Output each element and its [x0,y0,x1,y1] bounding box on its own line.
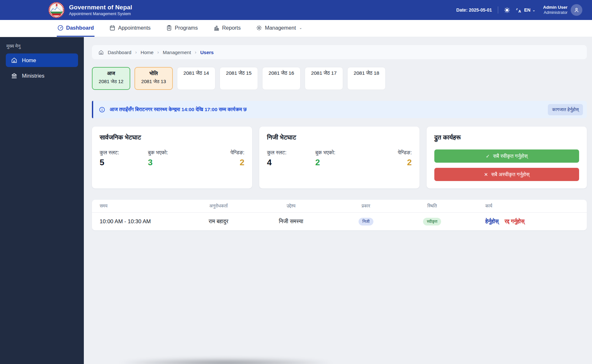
sidebar-item-label: Home [22,57,36,63]
stat-value: 4 [267,158,315,168]
home-icon [98,50,104,55]
nav-tab-label: Reports [222,25,241,31]
language-label: EN [524,7,530,13]
date-chip-label: भोलि [137,71,170,76]
type-badge: निजी [359,218,373,225]
stat-total-slots: कुल स्लट: 4 [267,149,315,168]
date-chip-date: 2081 जेठ 12 [94,79,128,84]
date-chip[interactable]: 2081 जेठ 16 [262,67,301,90]
sun-icon [504,7,510,13]
breadcrumb-separator: › [157,50,159,55]
column-header-actions: कार्य [459,203,587,209]
approve-all-button[interactable]: ✓ सबै स्वीकृत गर्नुहोस् [434,149,579,163]
x-icon: ✕ [484,172,488,177]
nav-tab-management[interactable]: Management ⌄ [255,20,303,37]
clipboard-icon [166,25,172,31]
translate-icon: z A [516,7,522,13]
notice-text: आज तपाईंसँग बिराटनगर स्वास्थ्य केन्द्रमा… [110,107,247,112]
cards-row: सार्वजनिक भेटघाट कुल स्लट: 5 बुक भएको: 3… [92,127,587,188]
sidebar-item-ministries[interactable]: Ministries [6,69,78,82]
stat-value: 5 [100,158,148,168]
date-chip[interactable]: 2081 जेठ 18 [347,67,386,90]
column-header-status: स्थिति [405,203,459,209]
stat-row: कुल स्लट: 5 बुक भएको: 3 पेन्डिङ: 2 [100,149,244,168]
nav-tab-programs[interactable]: Programs [165,20,199,37]
cell-time: 10:00 AM - 10:30 AM [92,218,182,225]
user-menu[interactable]: Admin User Administrator [543,4,582,16]
calendar-icon [109,25,115,31]
cell-requester: राम बहादुर [182,218,255,225]
stat-label: कुल स्लट: [100,149,148,156]
user-name: Admin User [543,5,567,10]
sidebar-section-label: मुख्य मेनु [6,43,77,49]
dashboard-icon [57,25,64,31]
stat-booked: बुक भएको: 2 [315,149,364,168]
language-selector[interactable]: z A EN ⌄ [516,7,536,13]
breadcrumb-item-management[interactable]: Management [163,50,191,55]
brand: Government of Nepal Appointment Manageme… [48,2,132,18]
public-appointments-card: सार्वजनिक भेटघाट कुल स्लट: 5 बुक भएको: 3… [92,127,252,188]
info-icon [99,107,105,113]
quick-actions-card: द्रुत कार्यहरू ✓ सबै स्वीकृत गर्नुहोस् ✕… [427,127,587,188]
header-date: Date: 2025-05-01 [456,7,492,13]
view-documents-button[interactable]: कागजात हेर्नुहोस् [548,104,583,115]
header-right: Date: 2025-05-01 z A EN ⌄ Admin User Adm… [456,4,582,16]
person-icon [574,7,579,13]
check-icon: ✓ [486,153,490,159]
nav-tab-dashboard[interactable]: Dashboard [57,20,94,37]
stat-value: 3 [148,158,196,168]
cancel-link[interactable]: रद्द गर्नुहोस् [505,218,524,225]
date-chip-today[interactable]: आज 2081 जेठ 12 [92,67,130,90]
date-chip-date: 2081 जेठ 14 [179,70,213,76]
nepal-emblem-logo [48,2,64,18]
home-icon [11,57,17,63]
nav-tab-appointments[interactable]: Appointments [109,20,151,37]
table-header-row: समय अनुरोधकर्ता उद्देश्य प्रकार स्थिति क… [92,200,587,213]
chevron-down-icon: ⌄ [532,8,535,12]
column-header-time: समय [92,203,182,209]
date-chip-tomorrow[interactable]: भोलि 2081 जेठ 13 [134,67,173,90]
chevron-down-icon: ⌄ [299,26,302,30]
breadcrumb: Dashboard › Home › Management › Users [92,45,587,59]
nav-tab-label: Management [265,25,296,31]
date-chip-date: 2081 जेठ 15 [222,70,256,76]
main-nav: Dashboard Appointments Programs Reports … [0,20,592,37]
nav-tab-label: Programs [175,25,198,31]
table-row: 10:00 AM - 10:30 AM राम बहादुर निजी समस्… [92,213,587,230]
stat-label: पेन्डिङ: [363,149,412,156]
sidebar-item-home[interactable]: Home [6,53,78,67]
brand-text: Government of Nepal Appointment Manageme… [69,4,132,16]
gear-icon [256,25,262,31]
stat-value: 2 [196,158,244,168]
avatar[interactable] [571,4,582,16]
notice-banner: आज तपाईंसँग बिराटनगर स्वास्थ्य केन्द्रमा… [92,101,587,118]
notice-content: आज तपाईंसँग बिराटनगर स्वास्थ्य केन्द्रमा… [99,107,247,113]
reject-all-button[interactable]: ✕ सबै अस्वीकृत गर्नुहोस् [434,168,579,181]
stat-pending: पेन्डिङ: 2 [363,149,412,168]
date-chip-date: 2081 जेठ 13 [137,79,170,84]
date-chip[interactable]: 2081 जेठ 15 [220,67,258,90]
stat-value: 2 [363,158,412,168]
stat-booked: बुक भएको: 3 [148,149,196,168]
main-content: Dashboard › Home › Management › Users आज… [84,37,592,364]
card-title: द्रुत कार्यहरू [434,134,579,141]
theme-toggle-button[interactable] [504,7,510,13]
appointments-table: समय अनुरोधकर्ता उद्देश्य प्रकार स्थिति क… [92,200,587,230]
breadcrumb-item-dashboard[interactable]: Dashboard [108,50,131,55]
date-chip[interactable]: 2081 जेठ 17 [305,67,343,90]
breadcrumb-separator: › [135,50,137,55]
user-role: Administrator [543,10,567,15]
nav-tab-reports[interactable]: Reports [213,20,242,37]
ministry-icon [11,72,17,79]
stat-row: कुल स्लट: 4 बुक भएको: 2 पेन्डिङ: 2 [267,149,412,168]
cell-purpose: निजी समस्या [255,218,327,225]
view-link[interactable]: हेर्नुहोस् [485,218,498,225]
cell-type: निजी [327,218,405,225]
date-chip-date: 2081 जेठ 16 [264,70,298,76]
breadcrumb-item-home[interactable]: Home [141,50,153,55]
date-chip[interactable]: 2081 जेठ 14 [177,67,215,90]
nav-tab-label: Dashboard [66,25,94,31]
header-divider [498,6,498,14]
stat-label: बुक भएको: [148,149,196,156]
app-subtitle: Appointment Management System [69,12,132,16]
